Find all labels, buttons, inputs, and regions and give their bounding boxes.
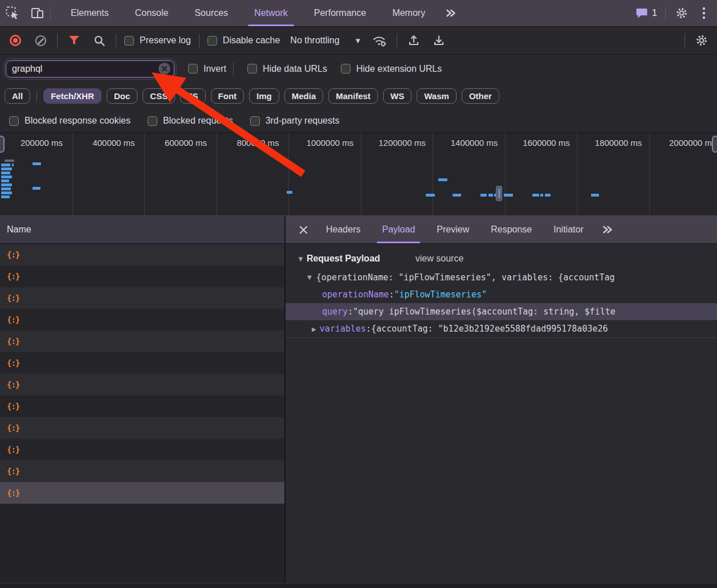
search-button[interactable] <box>91 32 108 49</box>
overview-right-handle[interactable] <box>712 136 717 153</box>
request-row[interactable]: {:} <box>0 395 284 417</box>
inspect-element-icon[interactable] <box>0 0 25 26</box>
timeline-tick-label: 1200000 ms <box>378 138 426 148</box>
waterfall-bar <box>591 194 599 197</box>
network-toolbar: Preserve log Disable cache No throttling… <box>0 27 717 55</box>
filter-chip-manifest[interactable]: Manifest <box>328 88 378 104</box>
waterfall-bar <box>12 164 14 166</box>
throttling-value: No throttling <box>290 35 339 46</box>
filter-funnel-button[interactable] <box>66 32 83 49</box>
window-bottom-edge <box>0 583 717 588</box>
name-column-header[interactable]: Name <box>0 216 284 244</box>
throttling-dropdown[interactable]: No throttling ▼ <box>290 35 361 46</box>
timeline-tick-label: 600000 ms <box>165 138 207 148</box>
request-row[interactable]: {:} <box>0 460 284 482</box>
details-tab-headers[interactable]: Headers <box>315 216 371 243</box>
request-row[interactable]: {:} <box>0 439 284 460</box>
3rd-party-requests-checkbox[interactable]: 3rd-party requests <box>250 116 340 126</box>
payload-row-operationname[interactable]: operationName: "ipFlowTimeseries" <box>286 286 717 303</box>
filter-chip-css[interactable]: CSS <box>142 88 175 104</box>
import-har-button[interactable] <box>405 32 422 49</box>
settings-gear-icon[interactable] <box>674 6 690 20</box>
wifi-gear-icon <box>372 34 387 47</box>
issues-button[interactable]: 1 <box>635 7 657 19</box>
details-tab-response[interactable]: Response <box>480 216 543 243</box>
timeline-tick-label: 1800000 ms <box>595 138 642 148</box>
payload-row-query[interactable]: query: "query ipFlowTimeseries($accountT… <box>286 303 717 320</box>
preserve-log-checkbox[interactable]: Preserve log <box>124 35 191 46</box>
filter-chip-other[interactable]: Other <box>462 88 499 104</box>
more-tabs-icon[interactable] <box>438 0 463 26</box>
timeline-tick-label: 1000000 ms <box>307 138 354 148</box>
filter-input[interactable] <box>12 64 158 74</box>
request-row[interactable]: {:} <box>0 287 284 309</box>
waterfall-bar <box>426 194 435 197</box>
request-row[interactable]: {:} <box>0 417 284 439</box>
request-row[interactable]: {:} <box>0 482 284 504</box>
expand-triangle-icon: ▶ <box>312 325 316 333</box>
divider <box>665 6 666 20</box>
export-har-button[interactable] <box>430 32 447 49</box>
blocked-requests-checkbox[interactable]: Blocked requests <box>148 116 233 126</box>
request-row[interactable]: {:} <box>0 374 284 395</box>
invert-checkbox[interactable]: Invert <box>188 64 226 74</box>
filter-chip-doc[interactable]: Doc <box>107 88 137 104</box>
close-details-button[interactable] <box>291 216 315 243</box>
timeline-gridline <box>361 133 361 215</box>
request-row[interactable]: {:} <box>0 244 284 266</box>
filter-chip-all[interactable]: All <box>5 88 30 104</box>
network-overview-timeline[interactable]: 200000 ms400000 ms600000 ms800000 ms1000… <box>0 133 717 216</box>
network-conditions-button[interactable] <box>369 32 389 49</box>
request-payload-section-header[interactable]: ▼ Request Payload view source <box>286 244 717 268</box>
waterfall-bar <box>1 183 12 186</box>
network-settings-gear-icon[interactable] <box>693 32 710 49</box>
request-row[interactable]: {:} <box>0 309 284 330</box>
timeline-selection-marker <box>496 186 502 201</box>
tab-memory[interactable]: Memory <box>379 0 438 26</box>
close-icon <box>299 225 308 235</box>
filter-chip-media[interactable]: Media <box>284 88 324 104</box>
section-title: Request Payload <box>307 254 380 264</box>
filter-chip-fetch-xhr[interactable]: Fetch/XHR <box>43 88 101 104</box>
request-row[interactable]: {:} <box>0 330 284 352</box>
filter-chip-font[interactable]: Font <box>211 88 244 104</box>
payload-row-variables[interactable]: ▶variables: {accountTag: "b12e3b2192ee55… <box>286 320 717 337</box>
filter-chip-ws[interactable]: WS <box>383 88 412 104</box>
devtools-window: ElementsConsoleSourcesNetworkPerformance… <box>0 0 717 588</box>
details-tab-payload[interactable]: Payload <box>371 216 426 243</box>
more-details-tabs-icon[interactable] <box>594 216 621 243</box>
filter-chip-wasm[interactable]: Wasm <box>417 88 457 104</box>
record-network-log-button[interactable] <box>7 32 24 49</box>
hide-extension-urls-checkbox[interactable]: Hide extension URLs <box>341 64 442 74</box>
filter-chip-img[interactable]: Img <box>249 88 279 104</box>
tab-sources[interactable]: Sources <box>181 0 241 26</box>
details-tab-preview[interactable]: Preview <box>426 216 480 243</box>
request-row[interactable]: {:} <box>0 266 284 287</box>
timeline-tick-label: 1600000 ms <box>523 138 570 148</box>
clear-icon <box>35 35 46 46</box>
checkbox <box>250 116 260 126</box>
clear-network-log-button[interactable] <box>32 32 49 49</box>
hide-data-urls-checkbox[interactable]: Hide data URLs <box>247 64 327 74</box>
tab-console[interactable]: Console <box>122 0 182 26</box>
tab-performance[interactable]: Performance <box>301 0 380 26</box>
request-row[interactable]: {:} <box>0 352 284 374</box>
details-tab-initiator[interactable]: Initiator <box>543 216 594 243</box>
device-toolbar-icon[interactable] <box>25 0 50 26</box>
timeline-gridline <box>288 133 289 215</box>
payload-colon: : <box>348 307 353 317</box>
payload-summary-row[interactable]: ▼ {operationName: "ipFlowTimeseries", va… <box>286 268 717 286</box>
tab-elements[interactable]: Elements <box>58 0 122 26</box>
overview-left-handle[interactable] <box>0 136 5 153</box>
blocked-response-cookies-checkbox[interactable]: Blocked response cookies <box>9 116 131 126</box>
clear-filter-icon[interactable]: ✕ <box>158 63 170 75</box>
timeline-tick-label: 2000000 m <box>669 138 712 148</box>
tab-network[interactable]: Network <box>241 0 301 26</box>
view-source-link[interactable]: view source <box>415 254 463 264</box>
json-braces-icon: {:} <box>7 358 19 368</box>
filter-chip-js[interactable]: JS <box>180 88 205 104</box>
disable-cache-checkbox[interactable]: Disable cache <box>207 35 280 46</box>
checkbox <box>188 64 198 74</box>
kebab-menu-icon[interactable] <box>698 7 710 19</box>
waterfall-bar <box>480 194 487 197</box>
